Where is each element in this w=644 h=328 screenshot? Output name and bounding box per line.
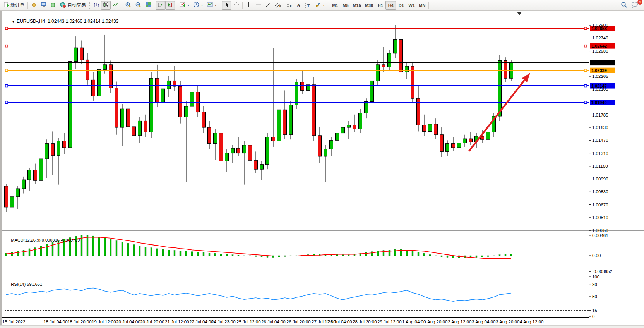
timeframe-mn-button[interactable]: MN — [417, 1, 427, 10]
tile-windows-icon — [145, 2, 151, 9]
line-handle[interactable] — [584, 85, 587, 87]
market-terminal-button[interactable] — [39, 1, 48, 10]
candle-up — [446, 144, 449, 152]
chat-notifications-button[interactable]: 1 — [629, 1, 640, 10]
search-button[interactable] — [619, 1, 629, 10]
candle-down — [109, 65, 113, 88]
macd-histogram-bar — [441, 256, 442, 257]
time-axis-label[interactable]: 3 Aug 04:00 — [472, 319, 495, 324]
trend-arrow[interactable] — [469, 80, 524, 151]
time-axis-label[interactable]: 22 Jul 04:00 — [189, 319, 214, 324]
horizontal-line-tool-button[interactable] — [253, 1, 263, 10]
candle-down — [237, 148, 240, 153]
line-handle[interactable] — [584, 69, 587, 72]
market-depth-button[interactable] — [29, 1, 39, 10]
time-axis-label[interactable]: 3 Aug 20:00 — [496, 319, 519, 324]
time-axis-label[interactable]: 20 Jul 04:00 — [116, 319, 140, 324]
line-handle[interactable] — [584, 45, 587, 47]
time-axis-label[interactable]: 20 Jul 20:00 — [140, 319, 164, 324]
time-axis-label[interactable]: 18 Jul 20:00 — [67, 319, 92, 324]
time-axis-label[interactable]: 26 Jul 20:00 — [286, 319, 311, 324]
time-axis-label[interactable]: 29 Jul 12:00 — [377, 319, 402, 324]
candle-up — [428, 124, 432, 132]
signals-button[interactable] — [48, 1, 58, 10]
channel-tool-button[interactable]: E — [273, 1, 283, 10]
trendline-tool-button[interactable] — [263, 1, 273, 10]
auto-trading-button[interactable]: 自动交易 — [58, 1, 88, 10]
chart-shift-marker[interactable] — [517, 12, 522, 15]
cursor-button[interactable] — [222, 1, 231, 10]
timeframe-m15-button[interactable]: M15 — [351, 1, 363, 10]
line-chart-button[interactable] — [111, 1, 120, 10]
time-axis-label[interactable]: 19 Jul 12:00 — [92, 319, 116, 324]
zoom-in-button[interactable] — [123, 1, 133, 10]
macd-axis-label: -0.003652 — [592, 269, 612, 274]
candle-up — [289, 105, 293, 135]
vertical-line-tool-button[interactable] — [244, 1, 253, 10]
templates-button[interactable]: ▾ — [205, 1, 218, 10]
timeframe-m30-button[interactable]: M30 — [363, 1, 375, 10]
timeframe-m5-button[interactable]: M5 — [340, 1, 351, 10]
periods-button[interactable]: ▾ — [191, 1, 205, 10]
auto-scroll-button[interactable] — [156, 1, 165, 10]
price-axis-label: 1.00350 — [592, 228, 608, 233]
zoom-out-icon — [135, 2, 141, 9]
chart-shift-button[interactable] — [165, 1, 175, 10]
time-axis-label[interactable]: 18 Jul 04:00 — [43, 319, 68, 324]
macd-histogram-bar — [5, 253, 7, 256]
toolbar-separator — [242, 2, 243, 9]
timeframe-m1-button[interactable]: M1 — [330, 1, 340, 10]
cursor-icon — [224, 2, 230, 9]
chart-canvas[interactable]: 1.028581.026421.024331.023391.021471.019… — [2, 11, 644, 325]
line-handle[interactable] — [5, 101, 8, 104]
text-tool-button[interactable]: A — [294, 1, 303, 10]
time-axis-label[interactable]: 25 Jul 12:00 — [236, 319, 261, 324]
fibonacci-tool-button[interactable]: F — [283, 1, 294, 10]
timeframe-d1-button[interactable]: D1 — [396, 1, 406, 10]
toolbar-separator — [176, 2, 176, 9]
macd-histogram-bar — [104, 238, 106, 256]
time-axis-label[interactable]: 24 Jul 23:00 — [211, 319, 236, 324]
time-axis-label[interactable]: 28 Jul 20:00 — [353, 319, 377, 324]
price-axis-label: 1.01630 — [592, 125, 608, 130]
indicators-button[interactable]: ▾ — [178, 1, 191, 10]
timeframe-h1-button[interactable]: H1 — [375, 1, 385, 10]
time-axis-label[interactable]: 21 Jul 12:00 — [165, 319, 189, 324]
time-axis-label[interactable]: 2 Aug 12:00 — [448, 319, 471, 324]
status-bar — [0, 325, 644, 328]
macd-histogram-bar — [249, 256, 251, 256]
vertical-line-icon — [246, 2, 251, 9]
price-axis-label: 1.01785 — [592, 113, 608, 117]
line-handle[interactable] — [584, 27, 587, 30]
price-axis-label: 1.01470 — [592, 138, 608, 143]
macd-histogram-bar — [151, 248, 152, 256]
candle-down — [353, 125, 356, 129]
time-axis-label[interactable]: 26 Jul 04:00 — [261, 319, 286, 324]
bar-chart-button[interactable] — [91, 1, 101, 10]
line-handle[interactable] — [584, 101, 587, 104]
line-handle[interactable] — [5, 45, 8, 47]
time-axis-label[interactable]: 1 Aug 04:00 — [402, 319, 426, 324]
arrows-tool-button[interactable]: ▾ — [313, 1, 326, 10]
timeframe-h4-button[interactable]: H4 — [385, 1, 396, 10]
arrows-tool-icon — [315, 2, 321, 9]
candle-up — [370, 81, 374, 101]
candle-down — [219, 133, 223, 161]
tile-windows-button[interactable] — [143, 1, 153, 10]
candlestick-chart-button[interactable] — [101, 1, 111, 10]
time-axis-label[interactable]: 4 Aug 12:00 — [520, 319, 543, 324]
line-handle[interactable] — [5, 85, 8, 87]
timeframe-w1-button[interactable]: W1 — [406, 1, 417, 10]
line-handle[interactable] — [5, 69, 8, 72]
label-tool-button[interactable]: T — [303, 1, 313, 10]
rsi-line — [6, 288, 511, 302]
crosshair-button[interactable] — [231, 1, 241, 10]
new-order-button[interactable]: 新订单 — [2, 1, 26, 10]
time-axis-label[interactable]: 15 Jul 2022 — [2, 319, 25, 324]
candle-down — [423, 125, 426, 132]
one-click-trading-arrow-icon[interactable]: ▼ — [12, 20, 15, 24]
time-axis-label[interactable]: 28 Jul 04:00 — [328, 319, 352, 324]
zoom-out-button[interactable] — [133, 1, 143, 10]
time-axis-label[interactable]: 1 Aug 20:00 — [424, 319, 447, 324]
macd-histogram-bar — [191, 252, 193, 256]
